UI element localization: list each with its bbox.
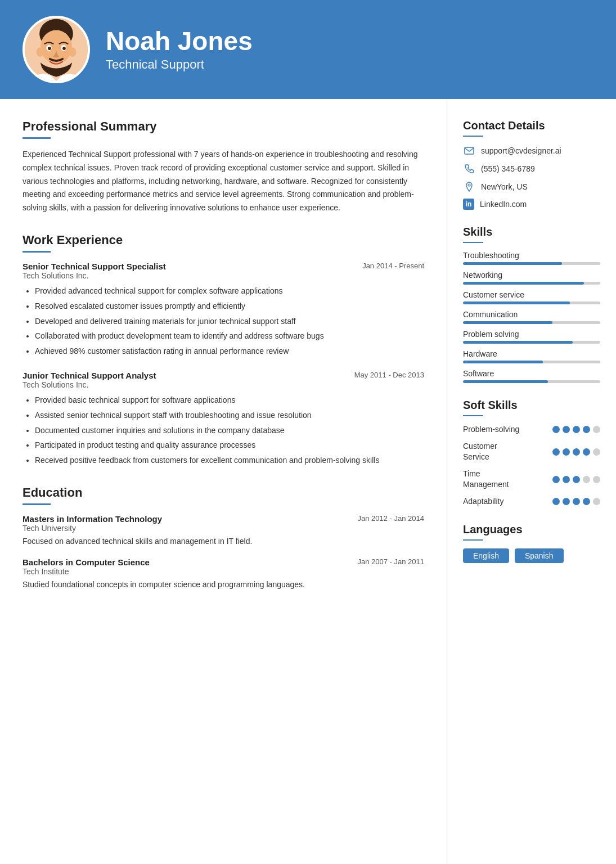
soft-skills-title: Soft Skills <box>463 399 600 412</box>
skill-item: Software <box>463 369 600 383</box>
soft-skill-name: Time Management <box>463 469 552 490</box>
edu-desc: Studied foundational concepts in compute… <box>23 578 424 591</box>
languages-title: Languages <box>463 523 600 536</box>
soft-skill-item: Adaptability <box>463 496 600 507</box>
skill-bar-bg <box>463 302 600 304</box>
job-date: Jan 2014 - Present <box>362 262 424 270</box>
contact-container: support@cvdesigner.ai(555) 345-6789NewYo… <box>463 145 600 210</box>
skill-item: Troubleshooting <box>463 251 600 265</box>
work-experience-section: Work Experience Senior Technical Support… <box>23 233 424 467</box>
main-column: Professional Summary Experienced Technic… <box>0 99 447 864</box>
dot-filled <box>573 448 580 456</box>
skill-bar-bg <box>463 380 600 383</box>
contact-item: NewYork, US <box>463 181 600 193</box>
email-icon <box>463 145 475 157</box>
skill-bar-fill <box>463 361 543 363</box>
contact-section: Contact Details support@cvdesigner.ai(55… <box>463 119 600 210</box>
job-bullet: Resolved escalated customer issues promp… <box>35 300 424 313</box>
job-bullet: Received positive feedback from customer… <box>35 454 424 467</box>
dot-empty <box>593 476 600 483</box>
dot-empty <box>593 448 600 456</box>
soft-skill-dots <box>552 476 600 483</box>
edu-date: Jan 2012 - Jan 2014 <box>357 514 424 523</box>
contact-value: (555) 345-6789 <box>481 164 535 173</box>
edu-desc: Focused on advanced technical skills and… <box>23 535 424 547</box>
skill-item: Problem solving <box>463 330 600 344</box>
dot-filled <box>573 476 580 483</box>
edu-degree: Bachelors in Computer Science <box>23 557 150 567</box>
sidebar: Contact Details support@cvdesigner.ai(55… <box>447 99 616 864</box>
languages-section: Languages EnglishSpanish <box>463 523 600 563</box>
dot-filled <box>552 476 560 483</box>
dot-empty <box>593 426 600 433</box>
education-section: Education Masters in Information Technol… <box>23 485 424 591</box>
edu-date: Jan 2007 - Jan 2011 <box>357 557 424 566</box>
job-entry: Junior Technical Support AnalystMay 2011… <box>23 371 424 467</box>
soft-skill-dots <box>552 426 600 433</box>
dot-filled <box>563 498 570 505</box>
soft-skill-dots <box>552 498 600 505</box>
edu-header: Masters in Information TechnologyJan 201… <box>23 514 424 524</box>
contact-item: (555) 345-6789 <box>463 163 600 175</box>
summary-underline <box>23 137 51 139</box>
skill-bar-bg <box>463 361 600 363</box>
soft-skills-container: Problem-solvingCustomer ServiceTime Mana… <box>463 424 600 507</box>
job-title: Junior Technical Support Analyst <box>23 371 156 380</box>
jobs-container: Senior Technical Support SpecialistJan 2… <box>23 262 424 467</box>
contact-underline <box>463 136 483 137</box>
language-badge: English <box>463 548 509 563</box>
header-text: Noah Jones Technical Support <box>106 27 253 73</box>
job-bullet: Assisted senior technical support staff … <box>35 409 424 422</box>
svg-rect-9 <box>465 147 474 154</box>
skill-item: Customer service <box>463 290 600 304</box>
body: Professional Summary Experienced Technic… <box>0 99 616 864</box>
job-company: Tech Solutions Inc. <box>23 271 424 280</box>
contact-item: inLinkedIn.com <box>463 199 600 210</box>
soft-skill-name: Customer Service <box>463 441 552 463</box>
skills-underline <box>463 242 483 243</box>
svg-point-8 <box>69 47 76 57</box>
edu-school: Tech University <box>23 524 424 533</box>
dot-filled <box>563 476 570 483</box>
contact-value: support@cvdesigner.ai <box>481 146 561 155</box>
skills-section: Skills TroubleshootingNetworkingCustomer… <box>463 226 600 383</box>
dot-filled <box>552 498 560 505</box>
location-icon <box>463 181 475 193</box>
skill-bar-bg <box>463 341 600 344</box>
edu-degree: Masters in Information Technology <box>23 514 162 524</box>
dot-empty <box>593 498 600 505</box>
soft-skill-name: Problem-solving <box>463 424 552 435</box>
skills-container: TroubleshootingNetworkingCustomer servic… <box>463 251 600 383</box>
dot-filled <box>583 498 590 505</box>
skill-bar-fill <box>463 282 584 285</box>
dot-filled <box>583 448 590 456</box>
soft-skill-dots <box>552 448 600 456</box>
skill-name: Customer service <box>463 290 600 299</box>
soft-skill-item: Problem-solving <box>463 424 600 435</box>
job-header: Junior Technical Support AnalystMay 2011… <box>23 371 424 380</box>
dot-empty <box>583 476 590 483</box>
edu-header: Bachelors in Computer ScienceJan 2007 - … <box>23 557 424 567</box>
svg-point-7 <box>37 47 44 57</box>
job-title: Senior Technical Support Specialist <box>23 262 166 271</box>
skill-bar-fill <box>463 341 573 344</box>
dot-filled <box>583 426 590 433</box>
dot-filled <box>563 448 570 456</box>
edu-school: Tech Institute <box>23 567 424 576</box>
language-badge: Spanish <box>515 548 564 563</box>
job-header: Senior Technical Support SpecialistJan 2… <box>23 262 424 271</box>
header-name: Noah Jones <box>106 27 253 56</box>
education-underline <box>23 503 51 505</box>
job-bullet: Developed and delivered training materia… <box>35 315 424 328</box>
soft-skills-underline <box>463 415 483 416</box>
languages-container: EnglishSpanish <box>463 548 600 563</box>
resume: Noah Jones Technical Support Professiona… <box>0 0 616 864</box>
job-company: Tech Solutions Inc. <box>23 380 424 389</box>
skill-name: Troubleshooting <box>463 251 600 260</box>
job-bullet: Documented customer inquiries and soluti… <box>35 424 424 438</box>
skill-name: Networking <box>463 271 600 280</box>
work-experience-title: Work Experience <box>23 233 424 248</box>
job-bullets: Provided advanced technical support for … <box>23 285 424 358</box>
dot-filled <box>573 426 580 433</box>
skill-item: Networking <box>463 271 600 285</box>
